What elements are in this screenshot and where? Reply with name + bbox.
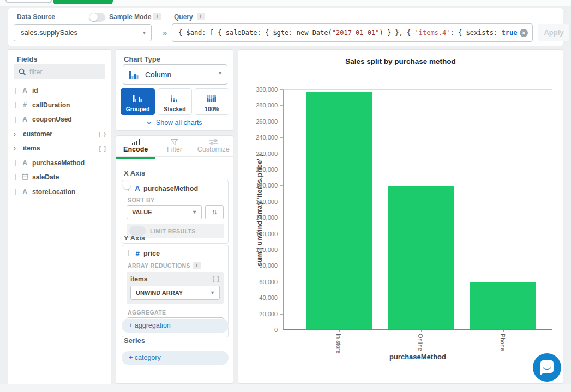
- add-aggregation-button[interactable]: + aggregation: [122, 319, 229, 333]
- y-tick-label: 20,000: [244, 311, 278, 317]
- data-source-select[interactable]: sales.supplySales ▾: [14, 24, 152, 41]
- y-axis-heading: Y Axis: [124, 234, 145, 242]
- query-input[interactable]: { $and: [ { saleDate: { $gte: new Date("…: [172, 23, 533, 42]
- y-axis-field[interactable]: # price: [122, 245, 228, 260]
- reduction-value: UNWIND ARRAY: [136, 290, 183, 296]
- array-reductions-info-icon[interactable]: i: [193, 262, 201, 269]
- x-tick-mark: [339, 330, 340, 332]
- inactive-tab-remnant[interactable]: [5, 0, 52, 3]
- collapse-chevrons-icon[interactable]: »: [163, 28, 167, 37]
- expand-chevron-icon[interactable]: ›: [14, 144, 21, 152]
- field-row-storeLocation[interactable]: AstoreLocation: [14, 185, 106, 199]
- y-tick-label: 160,000: [244, 198, 278, 205]
- y-tick-label: 100,000: [244, 246, 278, 253]
- field-name: couponUsed: [32, 116, 72, 123]
- chevron-down-icon: [147, 121, 152, 124]
- sort-by-value: VALUE: [132, 209, 152, 215]
- tab-label: Customize: [197, 146, 230, 153]
- add-category-button[interactable]: + category: [122, 351, 229, 365]
- field-row-callDuration[interactable]: #callDuration: [14, 98, 106, 112]
- field-row-id[interactable]: Aid: [14, 83, 106, 98]
- y-tick-label: 140,000: [244, 214, 278, 221]
- tab-label: Filter: [167, 146, 182, 153]
- number-type-icon: #: [21, 101, 29, 109]
- y-tick-label: 180,000: [244, 182, 278, 189]
- chart-type-select[interactable]: Column ▾: [123, 64, 227, 85]
- y-tick-label: 300,000: [244, 86, 278, 93]
- plot-area: [283, 89, 552, 330]
- string-type-icon: A: [21, 116, 29, 123]
- x-axis-field-name: purchaseMethod: [143, 185, 198, 192]
- show-all-charts-link[interactable]: Show all charts: [116, 119, 233, 126]
- y-tick-label: 60,000: [244, 279, 278, 285]
- apply-button[interactable]: Apply: [538, 24, 569, 41]
- chat-widget-button[interactable]: [533, 353, 561, 382]
- data-source-label: Data Source: [17, 13, 55, 21]
- drag-handle-icon[interactable]: [127, 250, 130, 256]
- y-tick-label: 240,000: [244, 134, 278, 141]
- field-row-items[interactable]: ›items[ ]: [14, 141, 106, 155]
- encode-panel: EncodeFilterCustomize X Axis A purchaseM…: [116, 135, 233, 384]
- sample-mode-toggle[interactable]: [89, 13, 105, 22]
- chat-bubble-icon: [540, 360, 554, 373]
- sliders-icon: [209, 139, 218, 145]
- query-segment: 'items.4': [415, 29, 450, 37]
- drag-handle-icon[interactable]: [14, 160, 17, 166]
- chart-type-panel: Chart Type Column ▾ GroupedStacked100% S…: [116, 49, 233, 131]
- chart-title: Sales split by purchase method: [238, 57, 563, 65]
- array-reductions-label: ARRAY REDUCTIONS: [128, 262, 190, 269]
- bar-phone: [470, 282, 536, 329]
- fields-panel: Fields filter Aid#callDurationAcouponUse…: [8, 49, 111, 392]
- field-row-customer[interactable]: ›customer{ }: [14, 127, 106, 141]
- sort-by-select[interactable]: VALUE ▾: [127, 205, 202, 219]
- drag-handle-icon[interactable]: [14, 102, 17, 108]
- x-tick-label: In store: [335, 334, 342, 354]
- field-name: callDuration: [32, 101, 70, 109]
- field-filter-input[interactable]: filter: [14, 64, 105, 79]
- field-row-couponUsed[interactable]: AcouponUsed: [14, 112, 106, 126]
- subtype-button-100[interactable]: 100%: [195, 88, 229, 115]
- subtype-button-stacked[interactable]: Stacked: [158, 88, 192, 115]
- drag-handle-icon[interactable]: [14, 189, 17, 195]
- reduction-select[interactable]: UNWIND ARRAY ▾: [130, 286, 220, 300]
- y-tick-label: 120,000: [244, 231, 278, 237]
- drag-handle-icon[interactable]: [14, 88, 17, 94]
- x-axis-heading: X Axis: [124, 169, 145, 177]
- tab-customize[interactable]: Customize: [194, 136, 233, 156]
- aggregate-label: AGGREGATE: [122, 307, 228, 317]
- y-tick-label: 260,000: [244, 118, 278, 125]
- y-tick-label: 40,000: [244, 294, 278, 301]
- sample-mode-info-icon[interactable]: i: [153, 13, 161, 20]
- query-info-icon[interactable]: i: [197, 13, 205, 20]
- tab-filter[interactable]: Filter: [155, 136, 194, 156]
- subtype-label: 100%: [205, 106, 219, 112]
- y-tick-label: 220,000: [244, 150, 278, 157]
- expand-chevron-icon[interactable]: ›: [14, 130, 21, 138]
- query-label: Query: [174, 13, 193, 21]
- tab-encode[interactable]: Encode: [116, 136, 155, 156]
- chart-preview: Sales split by purchase method sum ( unw…: [238, 49, 563, 384]
- chevron-down-icon: ▾: [219, 65, 221, 81]
- field-row-saleDate[interactable]: saleDate: [14, 170, 106, 184]
- tab-label: Encode: [123, 146, 148, 153]
- sort-direction-button[interactable]: ↑↓: [205, 205, 224, 219]
- chart-type-value: Column: [145, 70, 171, 79]
- chart-type-title: Chart Type: [124, 55, 160, 63]
- clear-query-icon[interactable]: ✕: [520, 29, 528, 37]
- filter-placeholder: filter: [29, 68, 43, 76]
- number-type-icon: #: [134, 249, 141, 257]
- field-name: purchaseMethod: [32, 159, 85, 167]
- subtype-label: Stacked: [164, 106, 185, 112]
- y-tick-label: 200,000: [244, 166, 278, 173]
- string-type-icon: A: [21, 159, 29, 167]
- subtype-button-grouped[interactable]: Grouped: [121, 88, 155, 115]
- field-row-purchaseMethod[interactable]: ApurchaseMethod: [14, 156, 106, 170]
- y-axis-field-name: price: [143, 250, 160, 257]
- toggle-knob: [123, 181, 131, 189]
- query-segment: : { $exists:: [450, 29, 502, 37]
- active-tab-remnant[interactable]: [53, 0, 113, 4]
- x-axis-field[interactable]: A purchaseMethod: [122, 180, 228, 195]
- drag-handle-icon[interactable]: [14, 174, 17, 180]
- sample-mode-label: Sample Mode: [109, 13, 151, 21]
- drag-handle-icon[interactable]: [14, 117, 17, 123]
